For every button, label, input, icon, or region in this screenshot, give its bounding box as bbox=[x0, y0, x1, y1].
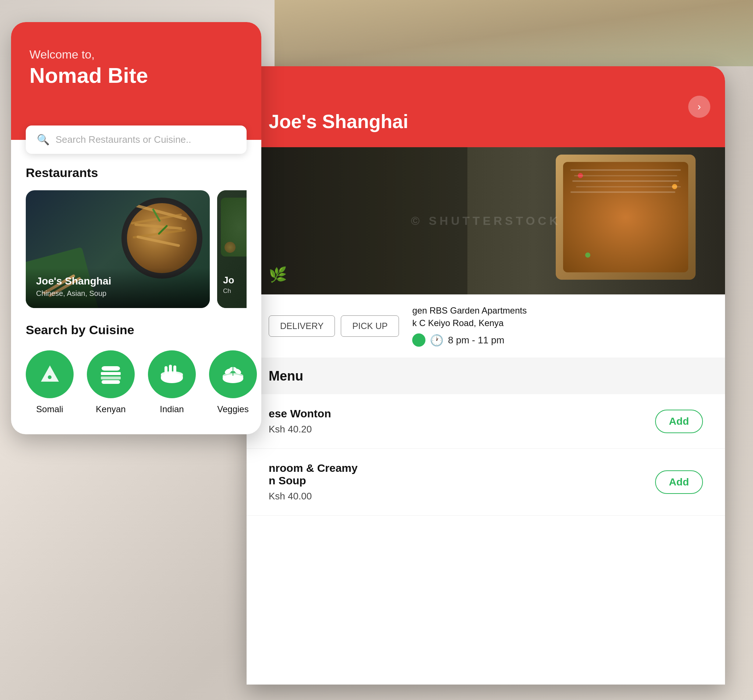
welcome-text: Welcome to, bbox=[30, 48, 243, 61]
delivery-button[interactable]: DELIVERY bbox=[269, 316, 335, 337]
svg-rect-4 bbox=[101, 372, 121, 375]
home-screen-card: Welcome to, Nomad Bite 🔍 Search Restaura… bbox=[11, 22, 261, 434]
svg-rect-12 bbox=[173, 366, 176, 374]
food-image bbox=[122, 198, 202, 279]
cuisine-item-somali[interactable]: Somali bbox=[26, 350, 73, 414]
restaurant-tags: Chinese, Asian, Soup bbox=[36, 289, 201, 298]
menu-section-header: Menu bbox=[247, 358, 725, 394]
cuisine-icon-kenyan bbox=[87, 350, 135, 398]
detail-header: Joe's Shanghai › bbox=[247, 66, 725, 147]
price-currency-1: Ksh bbox=[269, 491, 288, 502]
add-to-cart-button-0[interactable]: Add bbox=[655, 409, 703, 433]
cuisine-section-title: Search by Cuisine bbox=[26, 323, 247, 337]
food-visual bbox=[563, 162, 688, 272]
svg-point-1 bbox=[48, 375, 52, 379]
home-header: Welcome to, Nomad Bite 🔍 Search Restaura… bbox=[11, 22, 261, 140]
menu-item-0: ese Wonton Ksh 40.20 Add bbox=[247, 394, 725, 448]
noodle-plate bbox=[127, 203, 197, 273]
menu-item-info-0: ese Wonton Ksh 40.20 bbox=[269, 408, 655, 435]
cuisine-item-indian[interactable]: Indian bbox=[148, 350, 196, 414]
svg-rect-3 bbox=[102, 366, 120, 370]
cuisine-item-veggies[interactable]: Veggies bbox=[209, 350, 257, 414]
partial-restaurant-tags: Ch bbox=[223, 288, 231, 295]
detail-food-image: © SHUTTERSTOCK 🌿 bbox=[247, 147, 725, 294]
food-takeout-container bbox=[556, 155, 695, 280]
garnish-3 bbox=[585, 253, 591, 258]
search-input-placeholder: Search Restaurants or Cuisine.. bbox=[56, 134, 191, 145]
svg-marker-0 bbox=[41, 365, 59, 382]
stock-watermark: © SHUTTERSTOCK bbox=[411, 214, 561, 228]
background-food-image bbox=[275, 0, 753, 66]
add-to-cart-button-1[interactable]: Add bbox=[655, 470, 703, 494]
back-button[interactable]: › bbox=[688, 96, 710, 118]
price-currency-0: Ksh bbox=[269, 423, 288, 434]
svg-rect-5 bbox=[101, 377, 121, 380]
restaurant-card-joes-shanghai[interactable]: Joe's Shanghai Chinese, Asian, Soup bbox=[26, 190, 210, 308]
pickup-button[interactable]: PICK UP bbox=[341, 316, 399, 337]
menu-item-name-0: ese Wonton bbox=[269, 408, 655, 420]
detail-restaurant-title: Joe's Shanghai bbox=[269, 110, 408, 133]
clock-icon: 🕐 bbox=[430, 334, 444, 347]
restaurant-detail-card: Joe's Shanghai › © SHUTTERSTOCK bbox=[247, 66, 725, 684]
hours-row: 🕐 8 pm - 11 pm bbox=[412, 333, 703, 347]
price-value-1: 40.00 bbox=[288, 491, 312, 502]
address-line-2: k C Keiyo Road, Kenya bbox=[412, 318, 703, 328]
svg-rect-11 bbox=[169, 365, 172, 374]
cuisine-list: Somali Kenyan bbox=[26, 350, 247, 414]
svg-rect-10 bbox=[164, 366, 167, 374]
cuisine-label-somali: Somali bbox=[36, 404, 63, 414]
cuisine-icon-somali bbox=[26, 350, 73, 398]
menu-title: Menu bbox=[269, 369, 303, 383]
cuisine-label-indian: Indian bbox=[160, 404, 184, 414]
partial-restaurant-name: Jo bbox=[223, 275, 234, 286]
search-icon: 🔍 bbox=[37, 134, 50, 146]
cuisine-icon-indian bbox=[148, 350, 196, 398]
address-line-1: gen RBS Garden Apartments bbox=[412, 305, 703, 316]
menu-item-price-1: Ksh 40.00 bbox=[269, 491, 655, 502]
menu-item-name-1: nroom & Creamy n Soup bbox=[269, 462, 655, 487]
menu-item-price-0: Ksh 40.20 bbox=[269, 423, 655, 435]
price-value-0: 40.20 bbox=[288, 423, 312, 434]
leaf-icon: 🌿 bbox=[269, 266, 287, 283]
restaurant-card-partial[interactable]: Jo Ch bbox=[217, 190, 247, 308]
search-bar-container: 🔍 Search Restaurants or Cuisine.. bbox=[26, 125, 247, 154]
restaurants-list: Joe's Shanghai Chinese, Asian, Soup Jo C… bbox=[26, 190, 247, 308]
bottom-fade bbox=[247, 648, 725, 684]
cuisine-label-kenyan: Kenyan bbox=[96, 404, 125, 414]
address-info: gen RBS Garden Apartments k C Keiyo Road… bbox=[405, 305, 703, 347]
cuisine-label-veggies: Veggies bbox=[217, 404, 248, 414]
cuisine-item-kenyan[interactable]: Kenyan bbox=[87, 350, 135, 414]
delivery-options-bar: DELIVERY PICK UP gen RBS Garden Apartmen… bbox=[247, 294, 725, 358]
menu-item-1: nroom & Creamy n Soup Ksh 40.00 Add bbox=[247, 448, 725, 516]
menu-item-info-1: nroom & Creamy n Soup Ksh 40.00 bbox=[269, 462, 655, 502]
cuisine-icon-veggies bbox=[209, 350, 257, 398]
chevron-right-icon: › bbox=[697, 101, 701, 112]
open-status-badge bbox=[412, 333, 425, 347]
hours-text: 8 pm - 11 pm bbox=[448, 334, 504, 346]
home-body: Restaurants bbox=[11, 140, 261, 429]
search-bar[interactable]: 🔍 Search Restaurants or Cuisine.. bbox=[26, 125, 247, 154]
app-title: Nomad Bite bbox=[30, 64, 243, 87]
restaurant-card-info: Joe's Shanghai Chinese, Asian, Soup bbox=[26, 268, 210, 308]
svg-rect-6 bbox=[102, 380, 120, 384]
restaurant-name: Joe's Shanghai bbox=[36, 275, 201, 287]
restaurants-section-title: Restaurants bbox=[26, 166, 247, 180]
